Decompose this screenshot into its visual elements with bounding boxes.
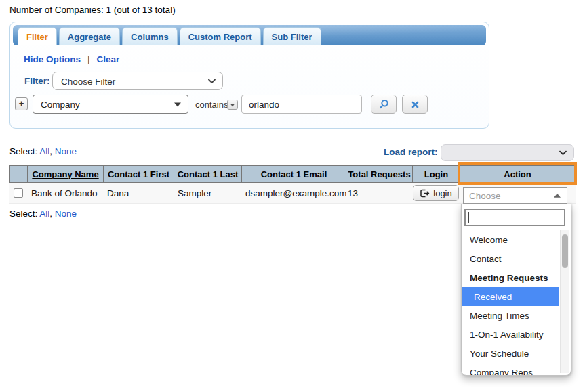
triangle-up-icon (554, 193, 561, 197)
row-checkbox-cell (9, 183, 27, 203)
hide-options-link[interactable]: Hide Options (24, 54, 81, 64)
text-caret (468, 212, 469, 223)
chevron-down-icon (559, 150, 567, 155)
select-separator: , (49, 146, 52, 156)
header-contact-first: Contact 1 First (104, 166, 174, 182)
option-contact[interactable]: Contact (462, 249, 571, 268)
load-report-label: Load report: (384, 147, 438, 157)
operator-dropdown-button[interactable] (227, 100, 238, 110)
action-select[interactable]: Choose (463, 187, 567, 204)
dropdown-filter-input[interactable] (464, 209, 565, 226)
tab-bar: Filter Aggregate Columns Custom Report S… (13, 25, 486, 45)
row-checkbox[interactable] (14, 188, 23, 198)
action-dropdown-panel: Welcome Contact Meeting Requests Receive… (461, 204, 571, 376)
table-header-row: Company Name Contact 1 First Contact 1 L… (9, 165, 576, 183)
select-bar-bottom: Select: All, None (9, 209, 77, 219)
select-none-link[interactable]: None (55, 146, 77, 156)
option-meeting-requests[interactable]: Meeting Requests (462, 268, 571, 287)
saved-filter-select[interactable]: Choose Filter (52, 72, 223, 90)
filter-label: Filter: (24, 76, 50, 86)
tab-columns[interactable]: Columns (122, 27, 178, 45)
dropdown-options-list: Welcome Contact Meeting Requests Receive… (462, 230, 571, 375)
option-meeting-times[interactable]: Meeting Times (462, 306, 571, 325)
dropdown-scrollbar-thumb[interactable] (562, 234, 568, 268)
header-company-name-label: Company Name (32, 169, 98, 179)
tab-sub-filter[interactable]: Sub Filter (263, 27, 321, 45)
option-company-reps[interactable]: Company Reps (462, 363, 571, 376)
login-button-label: login (433, 188, 451, 198)
tab-filter[interactable]: Filter (18, 27, 57, 45)
magnifier-icon (378, 99, 389, 110)
cell-login: login (412, 183, 460, 203)
select-label: Select: (9, 209, 37, 219)
x-icon (411, 101, 419, 108)
clear-link[interactable]: Clear (97, 54, 120, 64)
field-select-value: Company (41, 100, 80, 110)
header-company-name[interactable]: Company Name (28, 166, 104, 182)
option-your-schedule[interactable]: Your Schedule (462, 344, 571, 363)
load-report-select[interactable] (441, 144, 574, 161)
option-welcome[interactable]: Welcome (462, 230, 571, 249)
operator-label[interactable]: contains (195, 100, 228, 110)
companies-count: Number of Companies: 1 (out of 13 total) (9, 5, 176, 15)
select-label: Select: (9, 146, 37, 156)
option-received[interactable]: Received (462, 287, 559, 306)
clear-search-button[interactable] (402, 95, 428, 114)
tab-aggregate[interactable]: Aggregate (59, 27, 120, 45)
login-arrow-icon (420, 189, 430, 198)
saved-filter-value: Choose Filter (61, 76, 115, 86)
select-none-link[interactable]: None (55, 209, 77, 219)
filter-links: Hide Options|Clear (24, 54, 119, 64)
links-separator: | (87, 54, 90, 64)
login-button[interactable]: login (413, 185, 458, 201)
tab-custom-report[interactable]: Custom Report (180, 27, 261, 45)
select-all-link[interactable]: All (39, 146, 49, 156)
header-checkbox-column (10, 166, 28, 182)
cell-contact-last: Sampler (174, 183, 241, 203)
option-1on1-availability[interactable]: 1-On-1 Availability (462, 325, 571, 344)
select-bar-top: Select: All, None (9, 146, 77, 156)
header-login: Login (413, 166, 460, 182)
header-contact-last: Contact 1 Last (174, 166, 242, 182)
cell-company: Bank of Orlando (27, 183, 103, 203)
triangle-down-icon (174, 103, 181, 107)
chevron-down-icon (208, 79, 216, 83)
cell-total-requests: 13 (346, 183, 412, 203)
select-separator: , (49, 209, 52, 219)
page: Number of Companies: 1 (out of 13 total)… (0, 0, 585, 392)
header-total-requests: Total Requests (346, 166, 413, 182)
header-contact-email: Contact 1 Email (242, 166, 346, 182)
dropdown-scrollbar-track[interactable] (560, 230, 569, 373)
triangle-down-icon (230, 104, 235, 106)
select-all-link[interactable]: All (39, 209, 49, 219)
header-action: Action (460, 166, 575, 182)
add-condition-button[interactable]: + (15, 97, 28, 110)
field-select[interactable]: Company (33, 95, 188, 114)
action-select-value: Choose (469, 190, 501, 200)
cell-contact-first: Dana (103, 183, 174, 203)
filter-value-input[interactable] (241, 95, 362, 114)
cell-contact-email: dsampler@example.com (241, 183, 346, 203)
search-button[interactable] (371, 95, 397, 114)
filter-panel: Filter Aggregate Columns Custom Report S… (9, 22, 489, 129)
